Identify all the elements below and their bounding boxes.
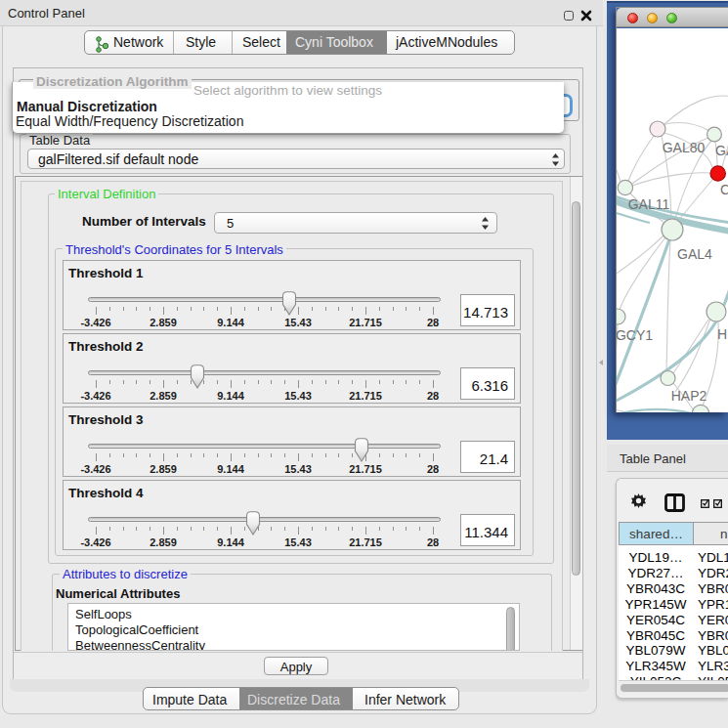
svg-text:GAL2: GAL2 — [715, 143, 728, 158]
svg-text:GAL80: GAL80 — [663, 140, 706, 155]
svg-text:HAP2: HAP2 — [671, 388, 707, 404]
svg-text:GAL11: GAL11 — [628, 196, 670, 212]
svg-text:GAL4: GAL4 — [677, 246, 712, 262]
svg-text:CD: CD — [720, 182, 728, 197]
svg-text:GCY1: GCY1 — [617, 327, 653, 343]
svg-text:HI: HI — [717, 326, 728, 342]
